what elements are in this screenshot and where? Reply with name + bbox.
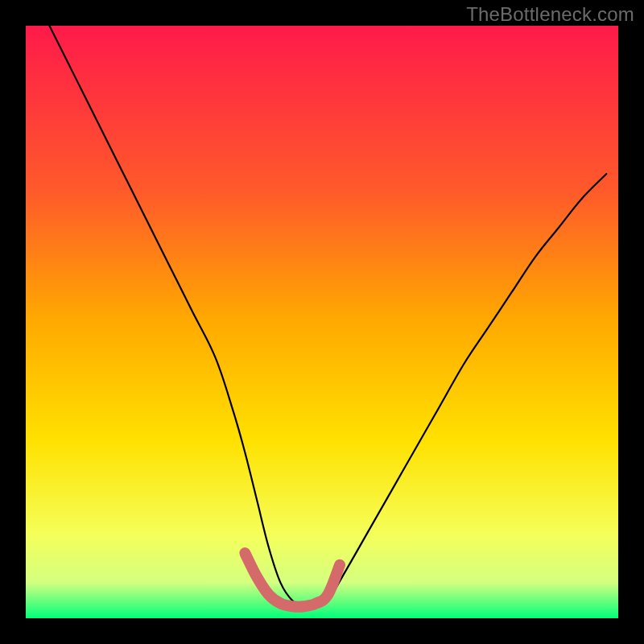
chart-svg (0, 0, 644, 644)
plot-background (26, 26, 618, 618)
watermark-label: TheBottleneck.com (466, 3, 634, 26)
chart-container: TheBottleneck.com (0, 0, 644, 644)
